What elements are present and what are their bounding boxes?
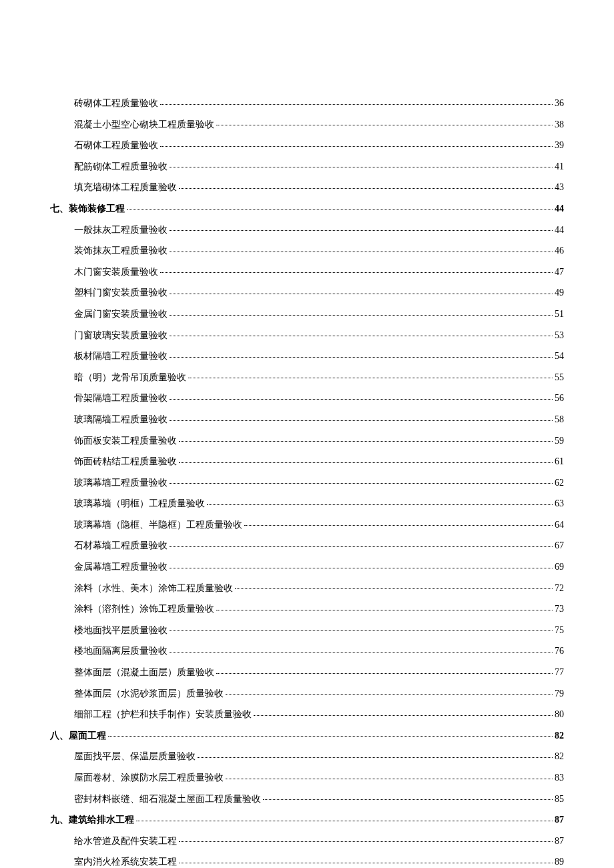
toc-page-number: 51 xyxy=(555,308,564,321)
toc-line: 玻璃幕墙工程质量验收62 xyxy=(50,476,564,490)
toc-page-number: 58 xyxy=(555,413,564,426)
toc-line: 配筋砌体工程质量验收41 xyxy=(50,160,564,173)
toc-leader-dots xyxy=(170,356,553,358)
toc-page-number: 47 xyxy=(555,266,564,279)
toc-line: 给水管道及配件安装工程87 xyxy=(50,835,564,848)
toc-leader-dots xyxy=(216,609,553,610)
toc-line: 饰面板安装工程质量验收59 xyxy=(50,434,564,448)
toc-section-label: 九、建筑给排水工程 xyxy=(50,813,134,827)
toc-page-number: 85 xyxy=(555,793,564,806)
toc-leader-dots xyxy=(170,166,553,167)
toc-leader-dots xyxy=(179,841,553,842)
toc-line: 金属门窗安装质量验收51 xyxy=(50,308,564,321)
toc-line: 骨架隔墙工程质量验收56 xyxy=(50,392,564,405)
toc-page-number: 76 xyxy=(555,644,564,658)
toc-page-number: 87 xyxy=(555,835,564,848)
toc-line: 整体面层（混凝土面层）质量验收77 xyxy=(50,666,564,679)
toc-item-label: 涂料（溶剂性）涂饰工程质量验收 xyxy=(74,602,214,616)
toc-line: 石材幕墙工程质量验收67 xyxy=(50,539,564,552)
toc-line: 一般抹灰工程质量验收44 xyxy=(50,224,564,237)
toc-line: 室内消火栓系统安装工程89 xyxy=(50,855,564,868)
toc-line: 楼地面找平层质量验收75 xyxy=(50,624,564,637)
toc-page-number: 87 xyxy=(555,813,564,827)
toc-line: 涂料（水性、美木）涂饰工程质量验收72 xyxy=(50,582,564,595)
toc-item-label: 装饰抹灰工程质量验收 xyxy=(74,244,168,258)
toc-item-label: 楼地面找平层质量验收 xyxy=(74,624,168,637)
toc-leader-dots xyxy=(179,462,553,463)
toc-section-label: 七、装饰装修工程 xyxy=(50,202,125,215)
toc-leader-dots xyxy=(198,757,553,758)
toc-page-number: 80 xyxy=(555,708,564,721)
toc-line: 装饰抹灰工程质量验收46 xyxy=(50,244,564,258)
toc-leader-dots xyxy=(170,314,553,316)
toc-line: 门窗玻璃安装质量验收53 xyxy=(50,329,564,342)
toc-page-number: 73 xyxy=(555,602,564,616)
toc-leader-dots xyxy=(254,715,553,716)
toc-leader-dots xyxy=(244,524,553,526)
toc-page-number: 63 xyxy=(555,497,564,510)
toc-item-label: 骨架隔墙工程质量验收 xyxy=(74,392,168,405)
toc-line: 涂料（溶剂性）涂饰工程质量验收73 xyxy=(50,602,564,616)
toc-page-number: 61 xyxy=(555,455,564,468)
toc-leader-dots xyxy=(160,145,553,147)
toc-item-label: 金属门窗安装质量验收 xyxy=(74,308,168,321)
toc-page-number: 67 xyxy=(555,539,564,552)
toc-line: 石砌体工程质量验收39 xyxy=(50,139,564,152)
toc-item-label: 塑料门窗安装质量验收 xyxy=(74,286,168,300)
toc-leader-dots xyxy=(108,735,553,737)
toc-item-label: 玻璃幕墙工程质量验收 xyxy=(74,476,168,490)
toc-leader-dots xyxy=(160,272,553,273)
toc-line: 九、建筑给排水工程87 xyxy=(50,813,564,827)
toc-leader-dots xyxy=(170,546,553,547)
toc-line: 玻璃幕墙（明框）工程质量验收63 xyxy=(50,497,564,510)
toc-item-label: 配筋砌体工程质量验收 xyxy=(74,160,168,173)
toc-page-number: 83 xyxy=(555,771,564,785)
toc-item-label: 给水管道及配件安装工程 xyxy=(74,835,177,848)
toc-line: 混凝土小型空心砌块工程质量验收38 xyxy=(50,118,564,131)
toc-leader-dots xyxy=(170,567,553,568)
toc-leader-dots xyxy=(179,862,553,863)
toc-page-number: 82 xyxy=(555,729,564,743)
toc-leader-dots xyxy=(170,482,553,484)
toc-leader-dots xyxy=(170,630,553,631)
toc-leader-dots xyxy=(179,440,553,442)
toc-leader-dots xyxy=(179,187,553,189)
toc-line: 玻璃幕墙（隐框、半隐框）工程质量验收64 xyxy=(50,518,564,532)
toc-line: 暗（明）龙骨吊顶质量验收55 xyxy=(50,371,564,384)
toc-item-label: 板材隔墙工程质量验收 xyxy=(74,350,168,363)
toc-page-number: 41 xyxy=(555,160,564,173)
toc-leader-dots xyxy=(136,820,553,821)
toc-line: 屋面卷材、涂膜防水层工程质量验收83 xyxy=(50,771,564,785)
toc-item-label: 石砌体工程质量验收 xyxy=(74,139,158,152)
toc-item-label: 混凝土小型空心砌块工程质量验收 xyxy=(74,118,214,131)
toc-line: 塑料门窗安装质量验收49 xyxy=(50,286,564,300)
toc-item-label: 楼地面隔离层质量验收 xyxy=(74,644,168,658)
toc-item-label: 室内消火栓系统安装工程 xyxy=(74,855,177,868)
toc-leader-dots xyxy=(216,124,553,125)
toc-leader-dots xyxy=(235,588,553,589)
toc-leader-dots xyxy=(170,251,553,252)
toc-item-label: 玻璃隔墙工程质量验收 xyxy=(74,413,168,426)
toc-item-label: 暗（明）龙骨吊顶质量验收 xyxy=(74,371,186,384)
toc-leader-dots xyxy=(170,230,553,231)
toc-page-number: 56 xyxy=(555,392,564,405)
toc-page-number: 39 xyxy=(555,139,564,152)
toc-page-number: 44 xyxy=(555,202,564,215)
toc-page-number: 44 xyxy=(555,224,564,237)
toc-item-label: 涂料（水性、美木）涂饰工程质量验收 xyxy=(74,582,233,595)
toc-page-number: 46 xyxy=(555,244,564,258)
toc-item-label: 饰面板安装工程质量验收 xyxy=(74,434,177,448)
toc-page-number: 75 xyxy=(555,624,564,637)
toc-page-number: 59 xyxy=(555,434,564,448)
toc-page-number: 55 xyxy=(555,371,564,384)
toc-line: 填充墙砌体工程质量验收43 xyxy=(50,181,564,194)
toc-item-label: 玻璃幕墙（明框）工程质量验收 xyxy=(74,497,205,510)
toc-leader-dots xyxy=(263,799,553,800)
toc-item-label: 屋面卷材、涂膜防水层工程质量验收 xyxy=(74,771,224,785)
toc-item-label: 整体面层（混凝土面层）质量验收 xyxy=(74,666,214,679)
toc-leader-dots xyxy=(188,377,553,378)
toc-leader-dots xyxy=(226,693,553,695)
toc-line: 密封材料嵌缝、细石混凝土屋面工程质量验收85 xyxy=(50,793,564,806)
toc-section-label: 八、屋面工程 xyxy=(50,729,106,743)
toc-line: 整体面层（水泥砂浆面层）质量验收79 xyxy=(50,687,564,701)
